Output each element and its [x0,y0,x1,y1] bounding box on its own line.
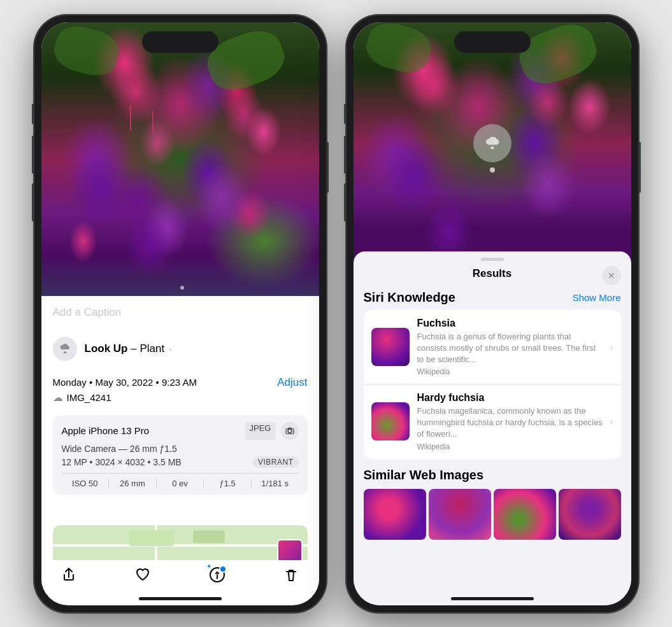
lookup-subject: Plant [139,342,164,355]
device-row: Apple iPhone 13 Pro JPEG [62,422,299,440]
mp-text: 12 MP • 3024 × 4032 • 3.5 MB [62,457,182,467]
close-button[interactable]: ✕ [602,266,621,285]
home-indicator-left [139,597,222,600]
hardy-chevron-icon: › [610,416,613,426]
stamen-1 [130,105,131,130]
hardy-thumbnail [371,402,410,440]
lookup-icon [53,337,77,361]
lookup-text: Look Up – Plant › [85,342,172,355]
visual-search-dot [490,167,495,173]
flower-detail-1 [111,60,162,124]
exif-f: ƒ1.5 [204,479,252,488]
siri-knowledge-title: Siri Knowledge [364,290,455,305]
share-button[interactable] [61,567,77,588]
right-phone-screen: Results ✕ Siri Knowledge Show More [354,22,631,605]
visual-search-button[interactable] [473,124,511,162]
photo-filename: IMG_4241 [67,392,111,403]
siri-knowledge-section: Siri Knowledge Show More Fuchsia Fuchsia… [354,285,631,459]
dynamic-island-left [142,31,218,53]
camera-icon [281,422,299,440]
show-more-button[interactable]: Show More [573,292,621,303]
svg-point-0 [288,429,292,433]
similar-image-1[interactable] [364,489,426,540]
flower-detail-4 [194,162,251,232]
map-area-2 [193,530,225,543]
volume-down-right [344,183,347,222]
similar-image-3[interactable] [494,489,556,540]
volume-up-right [344,136,347,174]
power-button-right [638,142,641,193]
flower-detail-6 [124,213,175,277]
heart-button[interactable] [134,567,151,588]
knowledge-card: Fuchsia Fuchsia is a genus of flowering … [364,310,621,459]
left-phone: Add a Caption Look Up – Plant › Monday •… [34,15,327,613]
caption-field[interactable]: Add a Caption [41,296,319,330]
photo-display [41,22,319,296]
caption-placeholder: Add a Caption [53,306,122,318]
svg-point-3 [217,571,218,572]
map-road-h [53,544,308,547]
vibrant-badge: VIBRANT [253,456,299,468]
lookup-bold: Look Up [85,342,128,355]
info-badge [219,565,227,573]
close-icon: ✕ [608,271,615,281]
power-button [326,142,329,193]
info-button[interactable]: ✦ [209,567,225,588]
fuchsia-chevron-icon: › [610,342,613,352]
right-photo-display [354,22,631,264]
fuchsia-description: Fuchsia is a genus of flowering plants t… [417,331,603,366]
metadata-section: Monday • May 30, 2022 • 9:23 AM Adjust ☁… [41,369,319,409]
knowledge-item-hardy[interactable]: Hardy fuchsia Fuchsia magellanica, commo… [364,384,621,459]
fuchsia-thumbnail [371,328,410,366]
hardy-title: Hardy fuchsia [417,392,603,404]
mute-button-right [344,104,347,124]
flower-detail-7 [138,118,176,169]
similar-image-2[interactable] [429,489,491,540]
exif-iso: ISO 50 [62,479,110,488]
mute-button [32,104,34,124]
siri-section-header: Siri Knowledge Show More [364,290,621,305]
exif-row: ISO 50 26 mm 0 ev ƒ1.5 1/181 s [62,473,299,488]
flower-detail-5 [222,86,266,143]
volume-up-button [32,136,34,174]
lookup-row[interactable]: Look Up – Plant › [41,329,319,369]
exif-shutter: 1/181 s [252,479,299,488]
format-badge: JPEG [245,422,276,440]
left-phone-screen: Add a Caption Look Up – Plant › Monday •… [41,22,319,605]
similar-images-section: Similar Web Images [354,459,631,540]
exif-mm: 26 mm [109,479,157,488]
photo-indicator-dot [180,286,184,290]
results-title: Results [473,267,511,280]
map-area-1 [129,530,174,546]
hardy-description: Fuchsia magellanica, commonly known as t… [417,405,603,440]
fuchsia-source: Wikipedia [417,367,603,376]
fuchsia-content: Fuchsia Fuchsia is a genus of flowering … [417,318,603,377]
home-indicator-right [451,597,534,600]
adjust-button[interactable]: Adjust [277,376,307,389]
results-header: Results ✕ [354,261,631,285]
similar-image-4[interactable] [559,489,621,540]
hardy-content: Hardy fuchsia Fuchsia magellanica, commo… [417,392,603,451]
right-phone: Results ✕ Siri Knowledge Show More [346,15,639,613]
results-sheet: Results ✕ Siri Knowledge Show More [354,251,631,605]
stamen-2 [152,111,154,134]
mp-row: 12 MP • 3024 × 4032 • 3.5 MB VIBRANT [62,456,299,468]
trash-button[interactable] [283,567,299,588]
knowledge-item-fuchsia[interactable]: Fuchsia Fuchsia is a genus of flowering … [364,310,621,385]
filename-row: ☁ IMG_4241 [53,391,308,404]
right-flower-4 [520,150,577,220]
device-section: Apple iPhone 13 Pro JPEG Wide Camera — 2… [53,416,308,495]
similar-images-grid [364,489,621,540]
date-row: Monday • May 30, 2022 • 9:23 AM Adjust [53,376,308,389]
bottom-toolbar: ✦ [41,560,319,594]
similar-images-title: Similar Web Images [364,468,621,483]
photo-date: Monday • May 30, 2022 • 9:23 AM [53,377,197,388]
sparkle-icon: ✦ [206,563,211,570]
device-name: Apple iPhone 13 Pro [62,425,150,436]
camera-spec: Wide Camera — 26 mm ƒ1.5 [62,444,299,454]
right-flower-3 [381,137,445,213]
badge-row: JPEG [245,422,299,440]
flower-detail-3 [69,150,132,226]
hardy-source: Wikipedia [417,442,603,451]
fuchsia-title: Fuchsia [417,318,603,329]
